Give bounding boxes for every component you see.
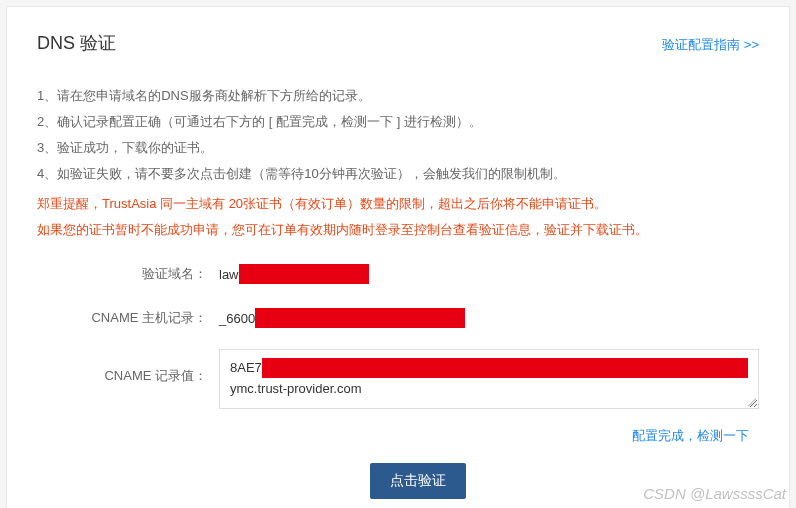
guide-link[interactable]: 验证配置指南 >> <box>662 36 759 54</box>
instruction-item: 2、确认记录配置正确（可通过右下方的 [ 配置完成，检测一下 ] 进行检测）。 <box>37 109 759 135</box>
form-area: 验证域名： law CNAME 主机记录： _6600 CNAME 记录值： 8… <box>37 261 759 499</box>
header: DNS 验证 验证配置指南 >> <box>37 31 759 55</box>
cname-value-line1: 8AE7 <box>230 358 748 379</box>
domain-row: 验证域名： law <box>77 261 759 287</box>
cname-host-row: CNAME 主机记录： _6600 <box>77 305 759 331</box>
domain-prefix: law <box>219 267 239 282</box>
instruction-list: 1、请在您申请域名的DNS服务商处解析下方所给的记录。 2、确认记录配置正确（可… <box>37 83 759 187</box>
verify-button[interactable]: 点击验证 <box>370 463 466 499</box>
instruction-item: 1、请在您申请域名的DNS服务商处解析下方所给的记录。 <box>37 83 759 109</box>
cname-host-value: _6600 <box>207 305 759 331</box>
cname-value-row: CNAME 记录值： 8AE7 ymc.trust-provider.com <box>77 349 759 409</box>
dns-verify-card: DNS 验证 验证配置指南 >> 1、请在您申请域名的DNS服务商处解析下方所给… <box>6 6 790 508</box>
redacted-block <box>262 358 748 378</box>
instruction-item: 3、验证成功，下载你的证书。 <box>37 135 759 161</box>
page-title: DNS 验证 <box>37 31 116 55</box>
redacted-block <box>239 264 369 284</box>
cname-host-prefix: _6600 <box>219 311 255 326</box>
check-config-link[interactable]: 配置完成，检测一下 <box>77 427 759 445</box>
cname-value-label: CNAME 记录值： <box>77 349 207 385</box>
warning-block: 郑重提醒，TrustAsia 同一主域有 20张证书（有效订单）数量的限制，超出… <box>37 191 759 243</box>
domain-label: 验证域名： <box>77 261 207 283</box>
cname-value-prefix: 8AE7 <box>230 358 262 379</box>
cname-host-label: CNAME 主机记录： <box>77 305 207 327</box>
cname-value-textarea[interactable]: 8AE7 ymc.trust-provider.com <box>219 349 759 409</box>
instruction-item: 4、如验证失败，请不要多次点击创建（需等待10分钟再次验证），会触发我们的限制机… <box>37 161 759 187</box>
cname-value-line2: ymc.trust-provider.com <box>230 379 748 400</box>
warning-line: 郑重提醒，TrustAsia 同一主域有 20张证书（有效订单）数量的限制，超出… <box>37 191 759 217</box>
cname-value-wrapper: 8AE7 ymc.trust-provider.com <box>207 349 759 409</box>
warning-line: 如果您的证书暂时不能成功申请，您可在订单有效期内随时登录至控制台查看验证信息，验… <box>37 217 759 243</box>
domain-value: law <box>207 261 759 287</box>
button-row: 点击验证 <box>77 463 759 499</box>
redacted-block <box>255 308 465 328</box>
